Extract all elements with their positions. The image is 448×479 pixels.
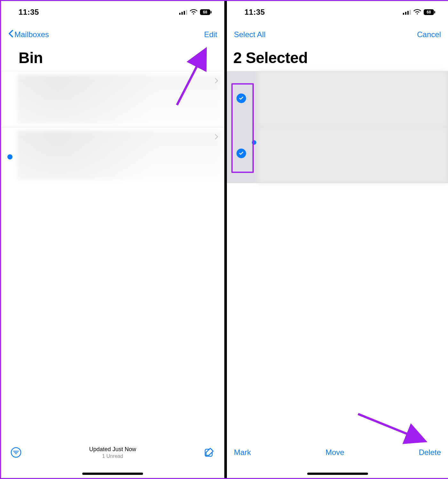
chevron-right-icon: [215, 133, 219, 142]
nav-bar: Select All Cancel: [227, 23, 448, 46]
screenshot-divider: [224, 1, 227, 478]
back-label: Mailboxes: [14, 30, 49, 39]
nav-bar: Mailboxes Edit: [1, 23, 224, 46]
unread-text: 1 Unread: [22, 453, 203, 459]
redacted-content: [17, 131, 221, 180]
unread-dot-icon: [7, 154, 12, 159]
annotation-highlight: [231, 83, 254, 173]
svg-rect-6: [434, 11, 435, 13]
cellular-icon: [179, 10, 188, 15]
mark-button[interactable]: Mark: [234, 448, 251, 457]
selection-list[interactable]: [227, 71, 448, 183]
status-bar: 11:35 68: [1, 1, 224, 23]
bottom-toolbar: Updated Just Now 1 Unread: [1, 436, 224, 468]
status-text: Updated Just Now: [22, 446, 203, 453]
edit-button[interactable]: Edit: [204, 30, 217, 39]
right-screenshot: 11:35 68 Select All Cancel 2 Selected: [227, 1, 448, 478]
redacted-content: [257, 127, 448, 183]
email-row[interactable]: [1, 127, 224, 183]
battery-icon: 68: [200, 9, 212, 15]
redacted-content: [17, 75, 221, 124]
wifi-icon: [190, 8, 197, 17]
left-screenshot: 11:35 68 Mailboxes Edit Bin: [1, 1, 224, 478]
status-time: 11:35: [19, 8, 39, 17]
chevron-left-icon: [8, 30, 13, 39]
status-time: 11:35: [244, 8, 265, 17]
battery-level: 68: [424, 10, 434, 14]
cellular-icon: [403, 10, 411, 15]
move-button[interactable]: Move: [325, 448, 344, 457]
cancel-button[interactable]: Cancel: [417, 30, 441, 39]
home-indicator[interactable]: [82, 473, 143, 475]
status-bar: 11:35 68: [227, 1, 448, 23]
chevron-right-icon: [215, 77, 219, 85]
wifi-icon: [413, 8, 421, 17]
redacted-content: [257, 71, 448, 127]
page-title: Bin: [1, 46, 224, 71]
compose-button[interactable]: [203, 446, 215, 459]
filter-button[interactable]: [10, 446, 22, 459]
bottom-toolbar: Mark Move Delete: [227, 436, 448, 468]
page-title: 2 Selected: [227, 46, 448, 71]
status-icons: 68: [403, 8, 436, 17]
svg-rect-1: [211, 11, 212, 13]
status-icons: 68: [179, 8, 212, 17]
toolbar-status: Updated Just Now 1 Unread: [22, 446, 203, 459]
home-indicator[interactable]: [307, 473, 368, 475]
email-row[interactable]: [1, 71, 224, 127]
battery-icon: 68: [424, 9, 435, 15]
email-list[interactable]: [1, 71, 224, 183]
battery-level: 68: [200, 10, 210, 14]
select-all-button[interactable]: Select All: [234, 30, 266, 39]
back-button[interactable]: Mailboxes: [8, 30, 49, 39]
delete-button[interactable]: Delete: [419, 448, 441, 457]
